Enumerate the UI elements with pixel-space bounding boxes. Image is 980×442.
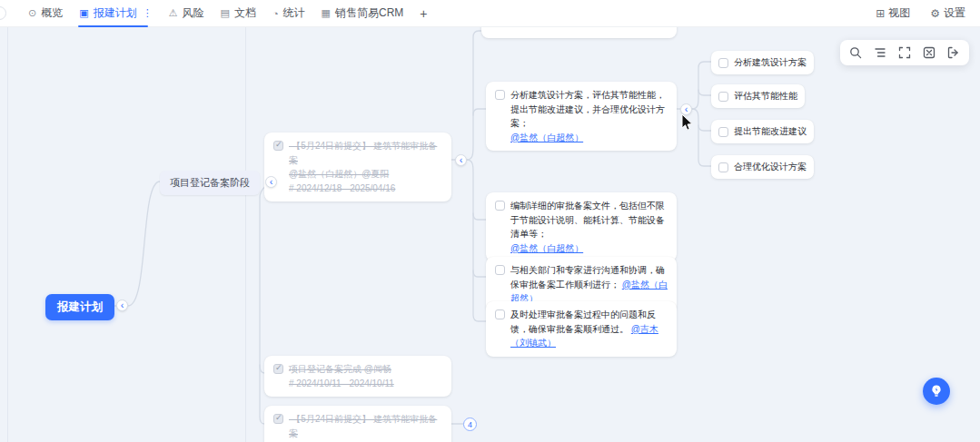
- task-card-energy-approval-2[interactable]: -【5月24日前提交】-建筑节能审批备案 @盐然（白超然）@夏阳 # 2024/…: [264, 406, 451, 442]
- stage-node[interactable]: 项目登记备案阶段: [160, 171, 260, 195]
- add-tab-button[interactable]: +: [411, 6, 435, 21]
- leaf-task-text: 合理优化设计方案: [734, 161, 807, 173]
- checkbox-checked-icon[interactable]: [273, 364, 283, 374]
- checkbox-icon[interactable]: [495, 309, 505, 319]
- task-card-energy-approval[interactable]: -【5月24日前提交】-建筑节能审批备案 @盐然（白超然）@夏阳 # 2024/…: [264, 133, 451, 201]
- task-card-registration-done[interactable]: 项目登记备案完成 @闻畅 # 2024/10/11 - 2024/10/11: [264, 356, 451, 397]
- subtask-text: 分析建筑设计方案，评估其节能性能，提出节能改进建议，并合理优化设计方案；: [510, 90, 665, 128]
- leaf-task-card[interactable]: 提出节能改进建议: [711, 120, 814, 143]
- checkbox-icon[interactable]: [718, 127, 728, 137]
- checkbox-icon[interactable]: [718, 92, 728, 102]
- mindmap-canvas[interactable]: 报建计划 ‹ 项目登记备案阶段 ‹ -【5月24日前提交】-建筑节能审批备案 @…: [0, 27, 980, 442]
- settings-button[interactable]: ⚙ 设置: [930, 5, 965, 21]
- collapse-toggle-icon[interactable]: ‹: [680, 103, 692, 115]
- subtask-card[interactable]: 分析建筑设计方案，评估其节能性能，提出节能改进建议，并合理优化设计方案； @盐然…: [486, 82, 677, 151]
- lightbulb-icon: [929, 384, 944, 398]
- leaf-task-card[interactable]: 分析建筑设计方案: [711, 51, 814, 74]
- tab-stats[interactable]: ◔ 统计: [264, 0, 313, 27]
- subtask-card[interactable]: 编制详细的审批备案文件，包括但不限于节能设计说明、能耗计算、节能设备清单等； @…: [486, 192, 677, 261]
- tab-label: 概览: [41, 5, 63, 21]
- canvas-guide-line: [245, 27, 246, 442]
- tab-overview[interactable]: ⊙ 概览: [20, 0, 71, 27]
- tab-label: 统计: [283, 5, 305, 21]
- leaf-task-text: 评估其节能性能: [734, 90, 797, 103]
- pie-chart-icon: ◔: [272, 8, 279, 19]
- tab-label: 报建计划: [94, 5, 137, 21]
- view-label: 视图: [888, 5, 910, 21]
- collapse-toggle-icon[interactable]: ‹: [116, 300, 128, 311]
- tab-more-menu-icon[interactable]: ⋮: [143, 7, 153, 19]
- task-assignees: @盐然（白超然）@夏阳: [289, 167, 442, 182]
- task-title: -【5月24日前提交】-建筑节能审批备案: [289, 139, 442, 167]
- tab-plan[interactable]: ▣ 报建计划 ⋮: [71, 0, 160, 27]
- tab-label: 风险: [183, 5, 204, 21]
- settings-label: 设置: [944, 5, 965, 21]
- collapse-toggle-icon[interactable]: ‹: [455, 154, 467, 166]
- view-button[interactable]: ⊞ 视图: [876, 5, 910, 21]
- mouse-cursor: [681, 114, 695, 136]
- gear-icon: ⚙: [930, 7, 940, 20]
- top-tab-bar: ⊙ 概览 ▣ 报建计划 ⋮ ⚠ 风险 ▤ 文档 ◔ 统计 ▦ 销售简: [0, 0, 980, 27]
- collapse-toggle-icon[interactable]: ‹: [265, 176, 277, 188]
- tab-list: ⊙ 概览 ▣ 报建计划 ⋮ ⚠ 风险 ▤ 文档 ◔ 统计 ▦ 销售简: [20, 0, 435, 27]
- view-grid-icon: ⊞: [876, 7, 885, 20]
- leaf-task-text: 分析建筑设计方案: [734, 56, 807, 69]
- document-icon: ▤: [221, 7, 230, 19]
- leaf-task-card[interactable]: 评估其节能性能: [711, 84, 805, 108]
- checkbox-icon[interactable]: [718, 58, 728, 68]
- topbar-actions: ⊞ 视图 ⚙ 设置: [876, 5, 980, 21]
- root-node[interactable]: 报建计划: [45, 294, 114, 320]
- sidebar-toggle-button[interactable]: [0, 6, 6, 20]
- leaf-task-text: 提出节能改进建议: [734, 125, 807, 138]
- zoom-search-icon[interactable]: [849, 46, 862, 59]
- mention-link[interactable]: @盐然（白超然）: [510, 241, 668, 256]
- outline-icon[interactable]: [874, 46, 886, 59]
- mindmap-icon: ▣: [79, 7, 88, 19]
- task-card-clipped[interactable]: [481, 27, 677, 38]
- tab-label: 文档: [234, 5, 256, 21]
- tab-label: 销售简易CRM: [335, 5, 403, 21]
- checkbox-icon[interactable]: [718, 162, 728, 172]
- collapsed-children-count-badge[interactable]: 4: [463, 417, 477, 431]
- canvas-guide-line: [7, 27, 8, 442]
- fit-screen-icon[interactable]: [898, 46, 911, 59]
- locate-icon[interactable]: [923, 46, 935, 59]
- checkbox-icon[interactable]: [495, 265, 505, 275]
- present-icon[interactable]: [947, 46, 960, 59]
- task-dates: # 2024/10/11 - 2024/10/11: [289, 377, 442, 391]
- warning-icon: ⚠: [169, 7, 178, 19]
- tab-risk[interactable]: ⚠ 风险: [161, 0, 213, 27]
- tab-docs[interactable]: ▤ 文档: [213, 0, 264, 27]
- subtask-text: 编制详细的审批备案文件，包括但不限于节能设计说明、能耗计算、节能设备清单等；: [510, 201, 665, 239]
- leaf-task-card[interactable]: 合理优化设计方案: [711, 155, 814, 179]
- task-title: 项目登记备案完成 @闻畅: [289, 362, 442, 377]
- canvas-toolbar: [840, 40, 969, 65]
- checkbox-icon[interactable]: [495, 201, 505, 211]
- task-dates: # 2024/12/18 - 2025/04/16: [289, 182, 442, 196]
- overview-icon: ⊙: [28, 7, 36, 19]
- checkbox-checked-icon[interactable]: [273, 141, 283, 151]
- subtask-card[interactable]: 及时处理审批备案过程中的问题和反馈，确保审批备案顺利通过。 @吉木（刘镇武）: [486, 301, 677, 357]
- mention-link[interactable]: @盐然（白超然）: [510, 131, 668, 145]
- grid-icon: ▦: [322, 7, 331, 19]
- checkbox-checked-icon[interactable]: [273, 414, 283, 424]
- app-window: ⊙ 概览 ▣ 报建计划 ⋮ ⚠ 风险 ▤ 文档 ◔ 统计 ▦ 销售简: [0, 0, 980, 442]
- assistant-button[interactable]: [923, 378, 950, 405]
- tab-crm[interactable]: ▦ 销售简易CRM: [313, 0, 412, 27]
- checkbox-icon[interactable]: [495, 90, 505, 100]
- task-title: -【5月24日前提交】-建筑节能审批备案: [289, 412, 442, 440]
